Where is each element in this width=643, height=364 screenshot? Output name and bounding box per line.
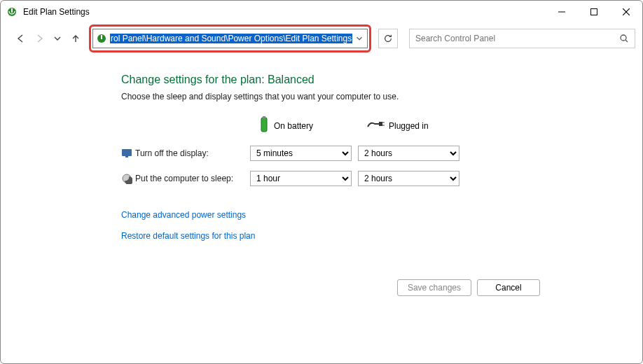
advanced-link[interactable]: Change advanced power settings [121, 210, 627, 220]
minimize-button[interactable] [546, 1, 578, 23]
breadcrumb-path[interactable]: rol Panel\Hardware and Sound\Power Optio… [110, 34, 352, 43]
close-button[interactable] [610, 1, 642, 23]
svg-rect-16 [125, 156, 128, 158]
links: Change advanced power settings Restore d… [121, 210, 627, 241]
svg-rect-12 [379, 122, 382, 126]
navbar: rol Panel\Hardware and Sound\Power Optio… [1, 23, 642, 54]
svg-rect-10 [261, 118, 267, 132]
sleep-label: Put the computer to sleep: [135, 174, 247, 183]
display-plugged-select[interactable]: 2 hours [358, 146, 459, 161]
back-button[interactable] [13, 31, 29, 46]
col-plugged-in-label: Plugged in [389, 121, 429, 131]
refresh-button[interactable] [378, 29, 398, 48]
svg-rect-11 [263, 116, 265, 118]
restore-link[interactable]: Restore default settings for this plan [121, 231, 627, 241]
svg-rect-7 [101, 35, 102, 39]
search-icon [619, 34, 629, 43]
svg-line-9 [625, 40, 628, 42]
chevron-down-icon[interactable] [354, 34, 364, 43]
col-plugged-in: Plugged in [358, 120, 463, 132]
page-subheading: Choose the sleep and display settings th… [121, 92, 627, 102]
breadcrumb-icon [96, 33, 107, 44]
window-title: Edit Plan Settings [23, 7, 90, 17]
col-on-battery-label: On battery [274, 121, 313, 131]
display-label: Turn off the display: [135, 148, 247, 158]
sleep-icon [121, 173, 132, 184]
search-input[interactable] [415, 34, 619, 43]
svg-point-8 [621, 35, 626, 41]
display-battery-select[interactable]: 5 minutes [250, 146, 352, 161]
settings-grid: On battery Plugged in Turn off the displ… [121, 115, 513, 186]
col-on-battery: On battery [250, 115, 355, 136]
app-icon [6, 6, 18, 18]
svg-rect-15 [122, 149, 132, 156]
save-button[interactable]: Save changes [397, 279, 471, 296]
main-content: Change settings for the plan: Balanced C… [1, 54, 642, 241]
forward-button[interactable] [32, 31, 47, 46]
breadcrumb-highlight: rol Panel\Hardware and Sound\Power Optio… [89, 24, 371, 52]
search-box[interactable] [409, 29, 635, 48]
svg-rect-3 [591, 9, 597, 15]
titlebar: Edit Plan Settings [1, 1, 642, 23]
address-bar[interactable]: rol Panel\Hardware and Sound\Power Optio… [92, 29, 368, 48]
maximize-button[interactable] [578, 1, 610, 23]
cancel-button[interactable]: Cancel [477, 279, 540, 296]
page-heading: Change settings for the plan: Balanced [121, 74, 627, 86]
up-button[interactable] [68, 31, 83, 46]
svg-rect-1 [11, 8, 13, 13]
sleep-battery-select[interactable]: 1 hour [250, 171, 352, 186]
display-icon [121, 148, 132, 159]
sleep-plugged-select[interactable]: 2 hours [358, 171, 459, 186]
footer-buttons: Save changes Cancel [397, 279, 540, 296]
plug-icon [366, 120, 385, 132]
recent-button[interactable] [50, 31, 65, 46]
battery-icon [258, 115, 270, 136]
